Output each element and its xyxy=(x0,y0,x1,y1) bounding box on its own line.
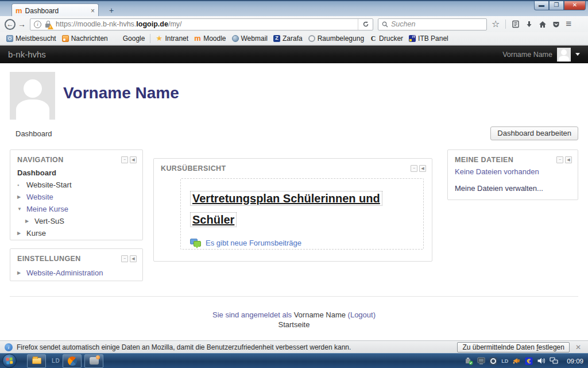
pocket-icon[interactable] xyxy=(552,21,560,28)
browser-tab[interactable]: m Dashboard × xyxy=(11,3,99,17)
taskbar-app-button[interactable] xyxy=(84,354,103,368)
collapse-arrow-icon[interactable] xyxy=(17,206,26,212)
dock-block-icon[interactable]: ◀ xyxy=(130,156,137,163)
most-visited-icon xyxy=(6,35,13,42)
page-content: Vorname Name Dashboard Dashboard bearbei… xyxy=(0,63,588,340)
expand-arrow-icon[interactable] xyxy=(25,218,34,224)
back-button[interactable]: ← xyxy=(5,19,16,30)
bookmark-google[interactable]: Google xyxy=(114,34,145,43)
dock-block-icon[interactable]: ◀ xyxy=(565,156,572,163)
bookmark-itb-panel[interactable]: ITITB Panel xyxy=(409,34,448,43)
collapse-block-icon[interactable]: − xyxy=(121,156,128,163)
toolbar-icons: ☆ ≡ xyxy=(492,18,571,30)
itb-panel-icon: IT xyxy=(409,35,416,42)
choose-data-button[interactable]: Zu übermittelnde Daten festlegen xyxy=(457,342,569,352)
nav-item-meine-kurse[interactable]: Meine Kurse xyxy=(17,205,136,213)
new-tab-button[interactable]: + xyxy=(105,5,118,16)
zarafa-icon: Z xyxy=(273,35,280,42)
forum-posts-link[interactable]: Es gibt neue Forumsbeiträge xyxy=(190,239,415,247)
toolbar-separator xyxy=(505,20,506,29)
collapse-block-icon[interactable]: − xyxy=(556,156,563,163)
home-icon[interactable] xyxy=(539,21,547,28)
close-icon[interactable]: ✕ xyxy=(575,343,581,351)
collapse-block-icon[interactable]: − xyxy=(411,165,417,172)
user-menu[interactable]: Vorname Name xyxy=(502,48,580,62)
bookmark-meistbesucht[interactable]: Meistbesucht xyxy=(6,34,56,43)
taskbar-explorer-button[interactable] xyxy=(27,354,46,368)
drive-monitor-icon[interactable] xyxy=(477,357,485,365)
expand-arrow-icon[interactable] xyxy=(17,231,26,236)
nav-item-website[interactable]: Website xyxy=(17,193,136,201)
menu-icon[interactable]: ≡ xyxy=(566,18,571,30)
forward-button[interactable]: → xyxy=(18,20,26,29)
megaphone-icon[interactable] xyxy=(512,357,521,365)
window-controls: ▬ ❐ ✕ xyxy=(534,1,586,10)
course-overview-block: KURSÜBERSICHT − ◀ Vertretungsplan Schüle… xyxy=(153,158,432,262)
star-icon: ★ xyxy=(156,35,163,42)
nav-item-vert-sus[interactable]: Vert-SuS xyxy=(17,217,136,225)
square-bullet-icon xyxy=(17,182,26,188)
bookmark-webmail[interactable]: Webmail xyxy=(232,34,268,43)
url-bar[interactable]: i https://moodle.b-nk-hvhs.logoip.de/my/ xyxy=(30,18,373,30)
taskbar-firefox-button[interactable] xyxy=(63,354,82,368)
info-icon: i xyxy=(5,343,13,351)
start-button[interactable] xyxy=(2,354,17,368)
logout-link[interactable]: (Logout) xyxy=(346,310,376,319)
bookmark-moodle[interactable]: mMoodle xyxy=(194,34,226,43)
url-text[interactable]: https://moodle.b-nk-hvhs.logoip.de/my/ xyxy=(56,20,358,28)
usb-device-icon[interactable] xyxy=(465,357,473,365)
forum-icon xyxy=(190,239,202,247)
taskbar-pinned-app-icon[interactable]: LD xyxy=(52,358,60,364)
home-link[interactable]: Startseite xyxy=(0,320,588,329)
chevron-down-icon xyxy=(575,53,580,56)
edit-dashboard-button[interactable]: Dashboard bearbeiten xyxy=(490,126,578,140)
google-icon xyxy=(114,35,121,42)
reload-button[interactable] xyxy=(358,19,373,30)
ld-tray-icon[interactable]: LD xyxy=(501,358,508,364)
rss-feed-icon xyxy=(62,35,69,42)
site-name[interactable]: b-nk-hvhs xyxy=(8,49,46,59)
breadcrumb[interactable]: Dashboard xyxy=(16,129,52,138)
insecure-lock-icon[interactable] xyxy=(44,20,52,28)
euro-icon[interactable]: € xyxy=(525,357,533,365)
dock-block-icon[interactable]: ◀ xyxy=(419,165,426,172)
svg-text:€: € xyxy=(527,358,531,364)
taskbar-clock[interactable]: 09:09 xyxy=(567,358,583,365)
nav-item-dashboard[interactable]: Dashboard xyxy=(17,168,136,177)
bookmark-intranet[interactable]: ★Intranet xyxy=(156,34,188,43)
bookmark-nachrichten[interactable]: Nachrichten xyxy=(62,34,108,43)
moodle-navbar: b-nk-hvhs Vorname Name xyxy=(0,45,588,63)
network-icon[interactable] xyxy=(550,357,558,365)
bookmark-raumbelegung[interactable]: Raumbelegung xyxy=(308,34,364,43)
windows-logo-icon xyxy=(6,357,13,365)
folder-icon xyxy=(32,358,41,364)
window-restore-button[interactable]: ❐ xyxy=(549,1,564,10)
page-info-icon[interactable]: i xyxy=(34,21,41,28)
manage-files-link[interactable]: Meine Dateien verwalten... xyxy=(455,184,571,193)
my-files-title: MEINE DATEIEN xyxy=(455,156,513,164)
window-close-button[interactable]: ✕ xyxy=(564,1,586,10)
search-bar[interactable]: Suchen xyxy=(378,18,487,30)
expand-arrow-icon[interactable] xyxy=(17,270,26,275)
collapse-block-icon[interactable]: − xyxy=(121,255,128,262)
room-booking-icon xyxy=(308,35,315,42)
expand-arrow-icon[interactable] xyxy=(17,194,26,200)
nav-item-kurse[interactable]: Kurse xyxy=(17,229,136,237)
bookmark-zarafa[interactable]: ZZarafa xyxy=(273,34,303,43)
bookmark-star-icon[interactable]: ☆ xyxy=(492,20,500,29)
navigation-block: NAVIGATION − ◀ Dashboard Website-Start W… xyxy=(10,150,143,240)
course-link[interactable]: Vertretungsplan Schülerinnen und Schüler xyxy=(190,188,415,231)
downloads-icon[interactable] xyxy=(525,21,533,28)
dock-block-icon[interactable]: ◀ xyxy=(130,255,137,262)
app-icon xyxy=(90,357,99,365)
status-circle-icon[interactable] xyxy=(489,357,497,365)
moodle-favicon-icon: m xyxy=(16,7,22,14)
window-minimize-button[interactable]: ▬ xyxy=(534,1,549,10)
nav-item-website-start[interactable]: Website-Start xyxy=(17,181,136,189)
bookmarks-panel-icon[interactable] xyxy=(512,20,520,28)
speaker-icon[interactable] xyxy=(537,357,546,365)
settings-item-website-administration[interactable]: Website-Administration xyxy=(17,269,136,277)
bookmark-drucker[interactable]: CDrucker xyxy=(370,34,403,43)
tab-close-icon[interactable]: × xyxy=(91,7,95,15)
footer-user-link[interactable]: Vorname Name xyxy=(294,310,346,319)
